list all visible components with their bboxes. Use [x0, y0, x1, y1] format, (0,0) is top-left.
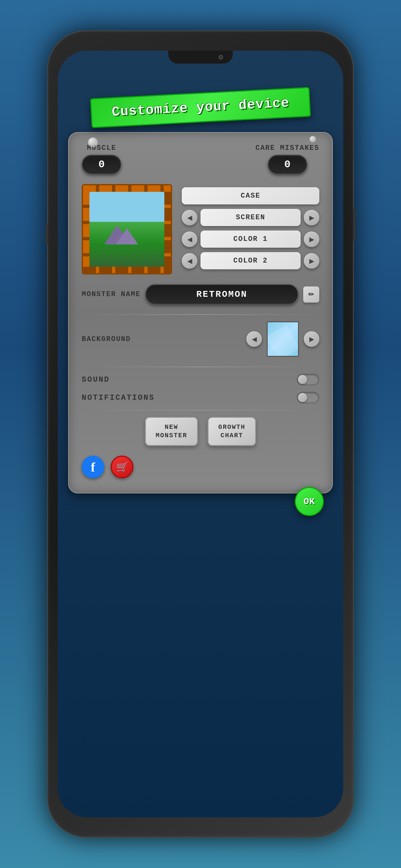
device-frame	[82, 184, 172, 275]
volume-button	[45, 225, 48, 244]
color1-left-arrow[interactable]: ◀	[182, 231, 197, 247]
divider-2	[82, 367, 319, 367]
color2-button[interactable]: COLOR 2	[201, 252, 301, 269]
shop-button[interactable]: 🛒	[111, 456, 133, 478]
facebook-icon: f	[91, 460, 95, 475]
device-inner-frame	[89, 192, 164, 267]
ok-label: OK	[304, 497, 315, 507]
color2-left-arrow[interactable]: ◀	[182, 253, 197, 269]
device-preview	[82, 184, 172, 275]
bubble-decoration	[310, 136, 316, 143]
right-arrow-icon: ▶	[309, 335, 314, 343]
notifications-row: NOTIFICATIONS	[82, 392, 319, 403]
care-label: CARE MISTAKES	[255, 144, 319, 152]
phone-device: Customize your device MUSCLE 0	[47, 30, 354, 838]
customize-banner: Customize your device	[90, 87, 311, 128]
background-row: BACKGROUND ◀ ▶	[82, 321, 319, 357]
banner-text: Customize your device	[111, 95, 290, 120]
edit-icon: ✏	[308, 290, 314, 299]
divider-1	[82, 314, 319, 315]
stats-row: MUSCLE 0 CARE MISTAKES 0	[82, 144, 319, 175]
case-button[interactable]: CASE	[182, 187, 319, 205]
sound-row: SOUND	[82, 374, 319, 385]
bottom-buttons: NEW MONSTER GROWTH CHART	[82, 417, 319, 446]
color1-right-arrow[interactable]: ▶	[304, 231, 319, 247]
left-arrow-icon: ◀	[187, 236, 192, 243]
notifications-label: NOTIFICATIONS	[82, 393, 155, 402]
divider-3	[82, 410, 319, 410]
device-screen	[89, 192, 164, 267]
background-thumbnail[interactable]	[267, 321, 299, 357]
background-label: BACKGROUND	[82, 335, 131, 343]
muscle-pill: 0	[82, 155, 121, 175]
sound-toggle-knob	[298, 375, 307, 384]
color2-right-arrow[interactable]: ▶	[304, 253, 319, 269]
frame-right	[164, 192, 171, 267]
monster-name-value: RETROMON	[156, 289, 288, 299]
mountain-2	[116, 228, 138, 244]
right-arrow-icon: ▶	[309, 236, 314, 243]
left-arrow-icon: ◀	[252, 335, 257, 343]
care-pill: 0	[268, 155, 307, 175]
facebook-button[interactable]: f	[82, 456, 104, 478]
camera-icon	[219, 55, 223, 59]
edit-name-button[interactable]: ✏	[303, 286, 319, 303]
sound-toggle[interactable]	[297, 374, 319, 385]
phone-screen: Customize your device MUSCLE 0	[58, 51, 343, 817]
case-row: CASE	[182, 187, 319, 205]
social-row: f 🛒	[82, 456, 319, 478]
muscle-value: 0	[98, 159, 104, 170]
frame-bottom	[83, 267, 171, 273]
sound-label: SOUND	[82, 375, 110, 384]
screen-right-arrow[interactable]: ▶	[304, 210, 319, 225]
monster-name-label: MONSTER NAME	[82, 290, 141, 299]
notifications-toggle-knob	[298, 393, 307, 402]
screen-left-arrow[interactable]: ◀	[182, 210, 197, 225]
ok-button[interactable]: OK	[295, 487, 324, 516]
color1-button[interactable]: COLOR 1	[201, 230, 301, 248]
device-area: CASE ◀ SCREEN ▶	[82, 184, 319, 275]
color1-row: ◀ COLOR 1 ▶	[182, 230, 319, 248]
color2-row: ◀ COLOR 2 ▶	[182, 252, 319, 269]
main-panel: MUSCLE 0 CARE MISTAKES 0	[68, 132, 333, 493]
background-preview-area: ◀ ▶	[246, 321, 319, 357]
growth-chart-button[interactable]: GROWTH CHART	[208, 417, 256, 446]
right-arrow-icon: ▶	[309, 214, 314, 221]
care-value: 0	[284, 159, 290, 170]
background-left-arrow[interactable]: ◀	[246, 331, 262, 347]
monster-name-row: MONSTER NAME RETROMON ✏	[82, 284, 319, 305]
left-arrow-icon: ◀	[187, 257, 192, 265]
right-arrow-icon: ▶	[309, 257, 314, 265]
power-button	[353, 209, 356, 241]
phone-notch	[168, 51, 233, 64]
frame-top	[83, 185, 171, 192]
notifications-toggle[interactable]	[297, 392, 319, 403]
screen-button[interactable]: SCREEN	[201, 209, 301, 226]
care-stat: CARE MISTAKES 0	[255, 144, 319, 175]
cart-icon: 🛒	[116, 461, 128, 473]
customization-buttons: CASE ◀ SCREEN ▶	[182, 184, 319, 269]
monster-name-input[interactable]: RETROMON	[145, 284, 298, 305]
screen-content: Customize your device MUSCLE 0	[58, 51, 343, 817]
left-arrow-icon: ◀	[187, 214, 192, 221]
screen-row: ◀ SCREEN ▶	[182, 209, 319, 226]
frame-left	[83, 192, 89, 267]
background-right-arrow[interactable]: ▶	[304, 331, 319, 347]
new-monster-button[interactable]: NEW MONSTER	[145, 417, 198, 446]
muscle-stat: MUSCLE 0	[82, 144, 121, 175]
